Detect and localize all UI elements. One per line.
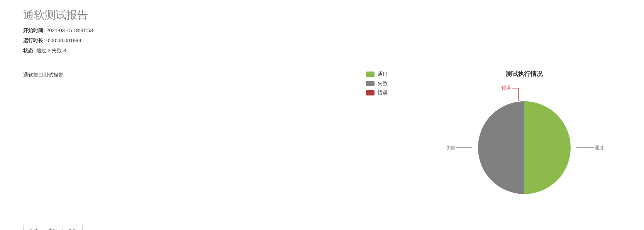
legend-swatch-pass	[366, 72, 375, 77]
tab-all[interactable]: 全部	[63, 225, 83, 230]
meta-status-value: 通过 3 失败 3	[36, 48, 66, 53]
report-description: 通软接口测试报告	[23, 70, 366, 78]
tab-summary[interactable]: 总结	[23, 225, 43, 230]
legend-label-error: 错误	[378, 89, 388, 96]
meta-start-value: 2021-03-15 18:31:53	[46, 27, 93, 33]
meta-duration: 运行时长: 0:00:00.001999	[23, 37, 621, 44]
pie-chart: 错误 失败 通过	[436, 82, 613, 213]
slice-label-error: 错误	[501, 85, 511, 90]
chart-title: 测试执行情况	[428, 70, 621, 78]
legend-item-error[interactable]: 错误	[366, 89, 412, 96]
legend-label-fail: 失败	[378, 80, 388, 87]
page-title: 通软测试报告	[23, 8, 621, 22]
tabs: 总结 失败 全部	[23, 225, 621, 230]
meta-start-time: 开始时间: 2021-03-15 18:31:53	[23, 27, 621, 34]
meta-status-label: 状态:	[23, 48, 35, 53]
legend: 通过 失败 错误	[366, 70, 412, 99]
slice-fail[interactable]	[478, 101, 524, 194]
legend-swatch-fail	[366, 81, 375, 86]
meta-duration-label: 运行时长:	[23, 37, 45, 43]
divider	[23, 62, 621, 62]
meta-status: 状态: 通过 3 失败 3	[23, 47, 621, 54]
legend-item-fail[interactable]: 失败	[366, 80, 412, 87]
tab-fail[interactable]: 失败	[43, 225, 63, 230]
leader-line-error	[512, 88, 519, 101]
legend-swatch-error	[366, 90, 375, 95]
slice-pass[interactable]	[524, 101, 571, 194]
meta-start-label: 开始时间:	[23, 27, 45, 33]
legend-item-pass[interactable]: 通过	[366, 71, 412, 78]
slice-label-fail: 失败	[446, 145, 456, 150]
slice-label-pass: 通过	[595, 145, 604, 150]
meta-duration-value: 0:00:00.001999	[46, 37, 81, 43]
legend-label-pass: 通过	[378, 71, 388, 78]
